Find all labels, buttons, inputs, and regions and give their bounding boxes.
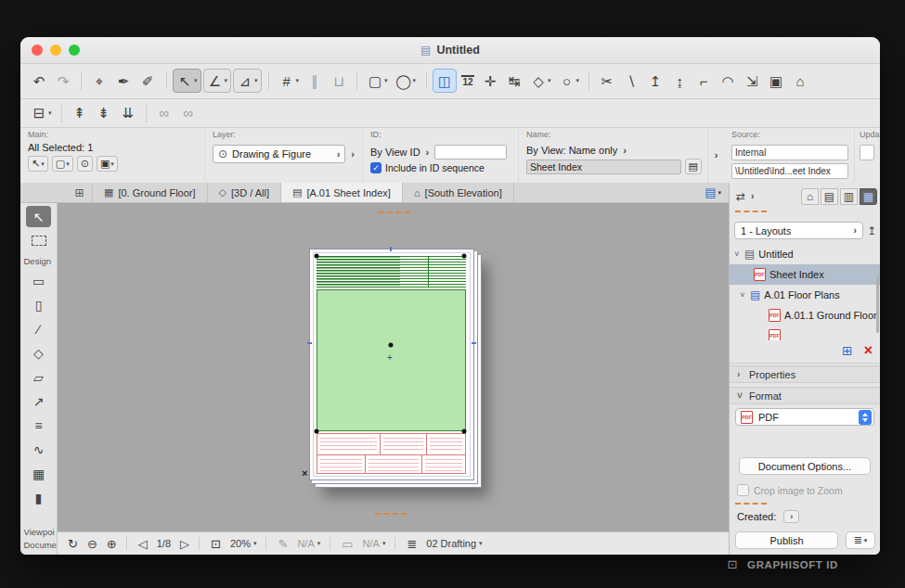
stepper-icon[interactable] [859, 410, 872, 425]
layer-expand-button[interactable]: › [349, 148, 356, 160]
tree-item-sheet-index[interactable]: PDF Sheet Index [730, 264, 880, 285]
apply-settings-button[interactable]: ⇊ [117, 101, 139, 125]
layout-canvas[interactable]: + × [58, 203, 729, 532]
tab-sheet-index[interactable]: ▤ [A.01 Sheet Index] [281, 183, 403, 202]
layout-book-button[interactable]: ▥ [840, 188, 858, 205]
selection-handle[interactable] [462, 429, 467, 434]
organizer-button[interactable]: ⇄ [733, 189, 748, 204]
autogroup-button[interactable]: ∞ [177, 101, 200, 125]
redo-button[interactable]: ↷ [52, 69, 74, 93]
scale-value[interactable]: N/A ▾ [358, 534, 391, 553]
coordinate-toggle[interactable]: ⊿ ▾ [233, 69, 262, 93]
tab-overview-button[interactable]: ⊞ [67, 183, 93, 202]
infobox-expand-button[interactable]: › [713, 149, 720, 160]
magnet-button[interactable]: ⊙ [77, 156, 93, 172]
grid-snap-button[interactable]: # ▾ [276, 69, 303, 93]
favorites-palette-button[interactable]: ⊟ ▾ [28, 101, 55, 125]
view-map-button[interactable]: ▤ [821, 188, 838, 205]
fit-elements-button[interactable]: ✛ [479, 69, 501, 93]
tree-item-untitled[interactable]: ˅ ▤ Untitled [730, 244, 880, 264]
rename-button[interactable]: ▤ [685, 159, 702, 174]
sheet-index-table-drawing[interactable] [317, 256, 466, 288]
polygon-tool[interactable]: ◇ [26, 342, 51, 364]
format-dropdown[interactable]: PDF PDF [735, 408, 874, 426]
trace-reference-button[interactable]: ◫ [433, 69, 457, 93]
align-elements-button[interactable]: ↹ [503, 69, 525, 93]
pin-navigator-button[interactable]: ↥ [867, 224, 876, 237]
arrow-tool[interactable]: ↖ [26, 206, 51, 227]
transfer-settings-button[interactable]: ⇟ [93, 101, 115, 125]
id-mode-expand-button[interactable]: › [424, 147, 432, 158]
publisher-sets-button[interactable]: ⇞ [69, 101, 91, 125]
pick-up-parameters-button[interactable]: ✒ [112, 69, 135, 93]
tab-ground-floor[interactable]: ▦ [0. Ground Floor] [93, 183, 208, 202]
id-input[interactable] [434, 145, 507, 160]
delete-item-button[interactable]: × [864, 343, 873, 358]
layer-value[interactable]: 02 Drafting ▾ [421, 534, 486, 553]
publish-properties-button[interactable]: ≣ ▾ [846, 531, 875, 549]
resize-button[interactable]: ⇲ [741, 69, 763, 93]
name-mode-expand-button[interactable]: › [621, 145, 628, 156]
spline-tool[interactable]: ∿ [26, 439, 51, 460]
publish-button[interactable]: Publish [735, 531, 838, 549]
layer-quick-button[interactable]: ≣ [402, 534, 421, 553]
document-options-button[interactable]: Document Options... [739, 457, 871, 475]
orbit-button[interactable]: ↻ [63, 534, 83, 553]
tree-scrollbar[interactable] [876, 275, 879, 333]
offset-toggle[interactable]: ∠ ▾ [203, 69, 232, 93]
favorites-preview-button[interactable]: ▣ ▾ [97, 156, 118, 172]
publisher-button[interactable]: ▦ [860, 188, 877, 205]
layer-dropdown[interactable]: ⊙ Drawing & Figure › [213, 145, 345, 163]
layouts-dropdown[interactable]: 1 - Layouts › [734, 222, 863, 239]
tab-3d-all[interactable]: ◇ [3D / All] [208, 183, 281, 202]
stretch-button[interactable]: ↨ [668, 69, 691, 93]
disclosure-icon[interactable]: ˅ [739, 290, 746, 300]
zoom-out-button[interactable]: ⊖ [83, 534, 102, 553]
selection-handle[interactable] [315, 429, 319, 434]
line-tool[interactable]: ∕ [26, 318, 51, 339]
marquee-mode-button[interactable]: ▢ ▾ [52, 156, 73, 172]
split-button[interactable]: ∖ [620, 69, 642, 93]
pen-settings-button[interactable]: ○ ▾ [556, 69, 583, 93]
inject-parameters-button[interactable]: ✐ [136, 69, 159, 93]
pen-set-value[interactable]: N/A ▾ [292, 534, 325, 553]
stair-tool[interactable]: ≡ [26, 415, 51, 436]
fill-settings-button[interactable]: ◇ ▾ [527, 69, 554, 93]
zoom-in-button[interactable]: ⊕ [102, 534, 122, 553]
fit-in-window-button[interactable]: ⊡ [206, 534, 226, 553]
fillet-button[interactable]: ◠ [717, 69, 739, 93]
name-input[interactable] [526, 160, 681, 174]
tree-item-next[interactable]: PDF [730, 326, 880, 340]
group-button[interactable]: ∞ [153, 101, 175, 125]
marquee-options-button[interactable]: ▢ ▾ [364, 69, 391, 93]
crop-image-checkbox[interactable] [737, 484, 749, 496]
project-map-button[interactable]: ⌂ [801, 188, 819, 205]
format-section-header[interactable]: ˅ Format [730, 387, 880, 404]
place-figure-button[interactable]: ▣ [765, 69, 787, 93]
grid-tool[interactable]: ▦ [26, 463, 51, 484]
organizer-expand-button[interactable]: › [750, 190, 755, 202]
tree-item-a011-ground-floor[interactable]: PDF A.01.1 Ground Floor [730, 305, 880, 326]
created-expand-button[interactable]: › [783, 510, 799, 523]
pen-set-button[interactable]: ✎ [273, 534, 292, 553]
figure-tool[interactable]: ▯ [26, 294, 51, 315]
arrow-tool-toggle[interactable]: ↖ ▾ [173, 69, 201, 93]
select-area-button[interactable]: ⌖ [88, 69, 110, 93]
elevate-button[interactable]: ↥ [644, 69, 666, 93]
prev-layout-button[interactable]: ◁ [134, 534, 152, 553]
next-layout-button[interactable]: ▷ [175, 534, 194, 553]
dimension-units-button[interactable]: 12 [459, 69, 477, 93]
drawing-tool[interactable]: ▭ [26, 270, 51, 291]
layout-page-indicator[interactable]: 1/8 [152, 534, 175, 553]
skewed-grid-button[interactable]: ∥ [304, 69, 326, 93]
marquee-tool[interactable] [26, 230, 51, 251]
properties-section-header[interactable]: › Properties [730, 365, 880, 383]
trim-button[interactable]: ✂ [596, 69, 618, 93]
camera-button[interactable]: ⌂ [789, 69, 811, 93]
arrow-annotation-tool[interactable]: ↗ [26, 390, 51, 412]
onion-skin-button[interactable]: ◯ ▾ [393, 69, 420, 93]
quick-options-button[interactable]: ▤ ▾ [697, 183, 729, 202]
scale-button[interactable]: ▭ [337, 534, 357, 553]
undo-button[interactable]: ↶ [28, 69, 50, 93]
arrow-mode-button[interactable]: ↖ ▾ [28, 156, 48, 172]
